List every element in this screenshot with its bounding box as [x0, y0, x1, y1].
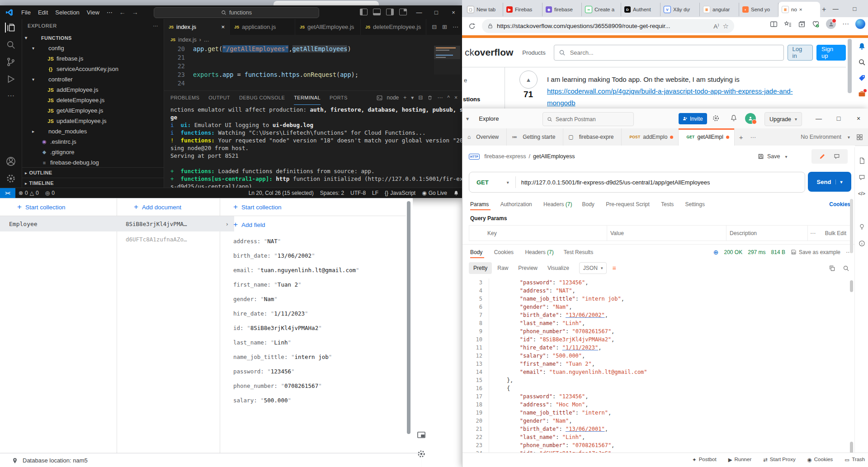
code-snippet-icon[interactable]: </> — [858, 191, 865, 196]
response-scrollbar-thumb-2[interactable] — [850, 442, 853, 453]
save-as-example-button[interactable]: Save as example — [791, 249, 840, 255]
footer-tool[interactable]: ⇄ Start Proxy — [763, 457, 796, 463]
response-time[interactable]: 297 ms — [748, 249, 765, 255]
request-section-tab[interactable]: Headers (7) — [543, 197, 572, 212]
comment-icon[interactable] — [834, 153, 840, 160]
explorer-tree-item[interactable]: JS firebase.js — [22, 53, 164, 64]
document-field[interactable]: last_name: "Linh" — [233, 335, 359, 349]
document-row[interactable]: d6UFTc8A1zufnaAZo… — [117, 231, 234, 247]
upvote-button[interactable]: ▲ — [519, 71, 538, 89]
explorer-tree-item[interactable]: JS updateEmployee.js — [22, 116, 164, 126]
explorer-icon[interactable] — [5, 23, 16, 33]
method-selector[interactable]: GET — [476, 179, 489, 186]
favorite-star-icon[interactable]: ☆ — [723, 22, 729, 30]
explore-menu[interactable]: Explore — [479, 115, 499, 122]
encoding[interactable]: UTF-8 — [347, 190, 369, 196]
scrollbar-thumb[interactable] — [850, 199, 853, 253]
editor-more-icon[interactable]: ⋯ — [453, 24, 458, 30]
request-section-tab[interactable]: Tests — [661, 197, 675, 212]
document-field[interactable]: birth_date: "13/06/2002" — [233, 248, 359, 263]
browser-tab[interactable]: ▶ Firebas — [503, 3, 542, 16]
settings-gear-icon[interactable] — [712, 114, 720, 122]
customize-layout-icon[interactable] — [399, 9, 407, 15]
problems-indicator[interactable]: ⊗0 △0 — [15, 190, 42, 196]
new-terminal-icon[interactable]: + — [403, 94, 406, 101]
indentation[interactable]: Spaces: 2 — [317, 190, 347, 196]
wrap-text-icon[interactable]: ≡ — [612, 264, 616, 272]
document-field[interactable]: hire_date: "1/11/2023" — [233, 306, 359, 321]
browser-more-icon[interactable]: ⋯ — [842, 20, 849, 28]
firestore-scrollbar[interactable] — [407, 201, 410, 434]
notifications-bell-icon[interactable] — [450, 190, 462, 196]
panel-tab[interactable]: PORTS — [330, 91, 348, 104]
request-tab[interactable]: ≔ Getting starte — [507, 128, 563, 146]
response-section-tab[interactable]: Body — [470, 245, 484, 259]
response-section-tab[interactable]: Headers (7) — [525, 245, 553, 259]
explorer-tree-item[interactable]: ▾ controller — [22, 74, 164, 85]
collection-row[interactable]: Employee › — [0, 216, 131, 231]
request-tab[interactable]: ⌂ Overview — [462, 128, 507, 146]
save-dropdown-icon[interactable]: ▾ — [785, 154, 788, 159]
related-requests-bulb-icon[interactable] — [859, 223, 865, 230]
page-scrollbar[interactable] — [848, 39, 852, 93]
sidebar-item-home-fragment[interactable]: e — [464, 77, 467, 84]
breadcrumb[interactable]: JS index.js › … — [164, 35, 462, 45]
method-chevron-icon[interactable]: ▾ — [507, 180, 509, 185]
remote-indicator[interactable]: >< — [0, 188, 15, 198]
footer-tool[interactable]: ▶ Runner — [728, 457, 752, 463]
stackoverflow-logo[interactable]: ckoverflow — [465, 47, 513, 58]
browser-tab[interactable]: D Authent — [621, 3, 660, 16]
document-field[interactable]: password: "123456" — [233, 364, 359, 378]
explorer-tree-item[interactable]: ≡ firebase-debug.log — [22, 157, 164, 168]
new-tab-button[interactable]: + — [822, 4, 826, 15]
environment-selector[interactable]: No Environment ▾ — [801, 128, 868, 146]
request-tab[interactable]: ▢ firebase-expre — [563, 128, 622, 146]
sidebar-item-questions-fragment[interactable]: stions — [463, 96, 480, 103]
favorites-icon[interactable] — [784, 20, 792, 28]
request-name[interactable]: getAllEmployess — [533, 153, 575, 160]
toggle-panel-icon[interactable] — [373, 9, 381, 15]
save-button[interactable]: Save ▾ — [758, 153, 788, 160]
bulk-edit-button[interactable]: Bulk Edit — [825, 230, 846, 236]
split-editor-icon[interactable]: ⊟ — [432, 24, 437, 30]
minimize-button[interactable]: — — [809, 108, 829, 128]
user-avatar[interactable] — [745, 113, 756, 124]
minimize-button[interactable]: — — [826, 0, 845, 17]
maximize-panel-icon[interactable]: ^ — [447, 94, 450, 101]
maximize-button[interactable]: □ — [829, 108, 849, 128]
split-screen-icon[interactable] — [770, 20, 778, 28]
comments-icon[interactable] — [859, 174, 865, 181]
notifications-bell-icon[interactable] — [858, 42, 866, 50]
outline-section[interactable]: ▸OUTLINE — [22, 167, 164, 178]
browser-tab[interactable]: ≣ angular — [700, 3, 739, 16]
request-tab[interactable]: GET getAllEmpl — [679, 128, 734, 146]
cursor-position[interactable]: Ln 20, Col 26 (15 selected) — [245, 190, 317, 196]
info-icon[interactable] — [859, 240, 865, 247]
question-link[interactable]: https://coderwall.com/p/4gzjqw/build-a-j… — [547, 87, 793, 95]
footer-tool[interactable]: ▭ Trash — [844, 457, 865, 463]
settings-gear-icon[interactable] — [6, 174, 16, 184]
browser-tab[interactable]: ≣ no × — [778, 2, 820, 17]
collections-icon[interactable] — [798, 20, 806, 28]
invite-button[interactable]: Invite — [679, 113, 707, 124]
notifications-bell-icon[interactable] — [730, 114, 737, 122]
panel-tab[interactable]: TERMINAL — [294, 91, 321, 105]
maximize-button[interactable]: □ — [428, 5, 445, 19]
document-field[interactable]: address: "NAT" — [233, 234, 359, 248]
code-editor[interactable]: 20 app.get("/getAllEmployees",getAllEmpl… — [164, 45, 462, 90]
toggle-panel-icon[interactable]: ⊞ — [442, 24, 447, 30]
edit-pencil-icon[interactable] — [819, 153, 826, 160]
request-section-tab[interactable]: Params — [470, 197, 491, 212]
status-code[interactable]: 200 OK — [724, 249, 743, 255]
close-button[interactable]: × — [849, 108, 868, 128]
params-more-icon[interactable]: ⋯ — [810, 230, 816, 236]
postman-search[interactable]: Search Postman — [542, 112, 634, 126]
account-icon[interactable] — [6, 156, 16, 166]
url-input[interactable]: http://127.0.0.1:5001/fir-express-d9d25/… — [521, 179, 710, 186]
response-body[interactable]: 3 "password": "123456", 4 "address": "NA… — [462, 278, 855, 457]
toggle-secondary-sidebar-icon[interactable] — [386, 9, 394, 15]
terminal-dropdown-icon[interactable]: ▾ — [411, 94, 414, 101]
nav-forward-icon[interactable]: → — [129, 9, 142, 16]
document-field[interactable]: phone_number: "0708261567" — [233, 378, 359, 393]
question-link-2[interactable]: mongodb — [547, 99, 576, 107]
